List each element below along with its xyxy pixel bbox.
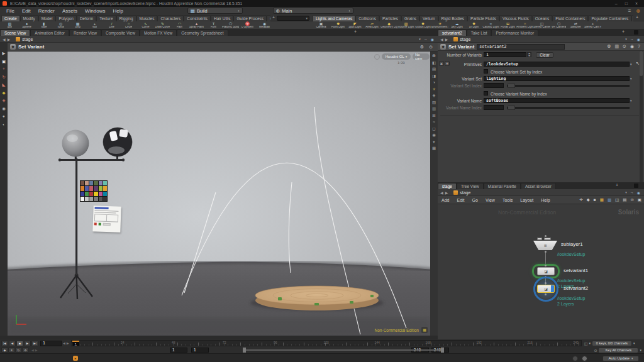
param-scrollbar[interactable] xyxy=(640,51,643,182)
choose-variant-set-by-index-checkbox[interactable] xyxy=(484,69,488,74)
network-pane-menu-icon[interactable] xyxy=(634,184,638,188)
primitives-select-arrow-icon[interactable]: ↖ xyxy=(636,61,640,66)
multi-snap-icon[interactable]: ◉ xyxy=(2,107,6,111)
node-name-field[interactable]: setvariant2 xyxy=(477,44,565,50)
take-selector[interactable]: ⊕ Main ↕ xyxy=(273,8,353,14)
shelf-tab-model[interactable]: Model xyxy=(38,15,56,21)
net-back-icon[interactable]: ◀ xyxy=(440,190,443,195)
variant-name-index-slider-handle[interactable] xyxy=(508,106,515,110)
path-dropdown-icon[interactable]: ▾ xyxy=(419,37,421,41)
primitives-field[interactable]: /lookdevSetup xyxy=(484,62,630,67)
path-link-icon[interactable]: ◉ xyxy=(431,37,434,41)
path-back-icon[interactable]: ◀ xyxy=(3,37,6,41)
camera-pill[interactable]: No cam xyxy=(413,53,430,60)
help-globe-icon[interactable]: ⊕ xyxy=(636,8,640,14)
viewport-radio-button[interactable] xyxy=(374,54,380,60)
pane-tab-render-view[interactable]: Render View xyxy=(69,30,101,36)
stop-button[interactable]: ■ xyxy=(16,341,23,346)
network-canvas[interactable]: Non-Commercial Edition Solaris ≣ sublaye… xyxy=(438,204,644,353)
variant-name-index-field[interactable] xyxy=(484,105,504,110)
shelf-tab-polygon[interactable]: Polygon xyxy=(55,15,77,21)
pane-tab-material-palette[interactable]: Material Palette xyxy=(484,183,521,189)
viewport-layout-icon[interactable]: ▦ xyxy=(432,146,436,151)
shelf-tab-guide-process[interactable]: Guide Process xyxy=(233,15,267,21)
shading-mode-icon[interactable]: ◑ xyxy=(433,80,435,85)
playbar-settings-icon[interactable]: ⚙ xyxy=(22,348,29,353)
display-options-gear-icon[interactable]: ⚙ xyxy=(432,54,436,58)
shelf-add-tab-left[interactable]: + xyxy=(270,15,277,19)
key-all-channels-button[interactable]: Key All Channels xyxy=(598,348,638,353)
frame-inc-icon[interactable]: ▶ xyxy=(67,341,69,345)
shelf-tab-populate-containers[interactable]: Populate Containers xyxy=(588,15,631,21)
menu-file[interactable]: File xyxy=(3,8,18,14)
param-path-chip[interactable]: stage xyxy=(453,37,470,41)
pane-tab-composite-view[interactable]: Composite View xyxy=(101,30,140,36)
jump-end-button[interactable]: ▶| xyxy=(31,341,38,346)
param-help-icon[interactable]: ? xyxy=(638,44,640,49)
net-list-icon[interactable]: ▤ xyxy=(623,197,626,202)
net-shape-palette-icon[interactable]: ▥ xyxy=(608,197,611,202)
primitives-dropdown-icon[interactable]: ▾ xyxy=(630,62,632,66)
net-color-palette-icon[interactable]: ▦ xyxy=(600,197,604,202)
op-help-icon[interactable]: ⊙ xyxy=(429,45,433,50)
range-slider[interactable] xyxy=(245,349,441,351)
shelf-add-tab-right[interactable]: + xyxy=(634,15,640,19)
variant-set-field[interactable]: lighting xyxy=(484,76,630,81)
node-input-dot[interactable] xyxy=(545,282,547,284)
param-link-icon[interactable]: ◉ xyxy=(637,37,640,41)
variant-set-dropdown-icon[interactable]: ▾ xyxy=(630,77,632,80)
range-slider-left-handle[interactable] xyxy=(243,348,246,353)
export-view-icon[interactable]: ◨ xyxy=(432,74,436,79)
shelf-tab-viscous-fluids[interactable]: Viscous Fluids xyxy=(499,15,532,21)
node-setvariant1[interactable]: ◪ xyxy=(537,267,555,275)
play-forward-button[interactable]: ▶ xyxy=(24,341,31,346)
realtime-toggle-icon[interactable]: ◆ xyxy=(1,348,8,353)
pane-tab-setvariant2[interactable]: setvariant2 xyxy=(438,30,467,36)
param-pin-icon[interactable]: → xyxy=(630,37,634,41)
pane-add-tab-network[interactable]: + xyxy=(614,183,620,187)
scale-tool-icon[interactable]: ◣ xyxy=(3,83,6,87)
shelf-tab-container-tools[interactable]: Container Tools xyxy=(631,15,633,21)
jump-start-button[interactable]: |◀ xyxy=(1,341,8,346)
variant-name-dropdown-icon[interactable]: ▾ xyxy=(630,99,632,102)
shelf-tab-particles[interactable]: Particles xyxy=(379,15,401,21)
num-variants-field[interactable]: 1 xyxy=(484,52,526,57)
param-gear-icon[interactable]: ⚙ xyxy=(607,44,611,49)
cook-indicator-icon[interactable] xyxy=(572,356,578,361)
loop-mode-icon[interactable]: ↻ xyxy=(15,348,22,353)
play-reverse-button[interactable]: ◀ xyxy=(9,341,16,346)
pane-menu-icon[interactable] xyxy=(634,30,638,35)
status-message-icon[interactable]: ▸ xyxy=(73,356,78,361)
variant-set-index-slider-handle[interactable] xyxy=(508,84,515,88)
variant-name-index-slider[interactable] xyxy=(507,107,630,109)
menu-edit[interactable]: Edit xyxy=(453,198,468,202)
shelf-tab-texture[interactable]: Texture xyxy=(96,15,116,21)
pane-add-tab-right-top[interactable]: + xyxy=(620,30,626,34)
net-display-icon[interactable]: ■ xyxy=(594,197,596,202)
param-search-icon[interactable]: ⊙ xyxy=(623,44,626,49)
display-flag[interactable] xyxy=(551,285,554,292)
secure-selection-icon[interactable]: ▣ xyxy=(2,60,6,64)
pane-tab-scene-view[interactable]: Scene View xyxy=(0,30,30,36)
key-all-dropdown-icon[interactable]: ▾ xyxy=(640,348,641,352)
pane-tab-motion-fx-view[interactable]: Motion FX View xyxy=(140,30,177,36)
menu-view[interactable]: View xyxy=(482,198,499,202)
keyframe-view-icon[interactable]: ◫ xyxy=(584,341,588,346)
shelf-tab-collisions[interactable]: Collisions xyxy=(355,15,379,21)
param-back-icon[interactable]: ◀ xyxy=(440,37,443,41)
audio-toggle-icon[interactable]: ≡ xyxy=(8,348,15,353)
range-inc-icon[interactable]: ▶ xyxy=(35,348,38,352)
select-tool-icon[interactable]: ▶ xyxy=(3,52,6,56)
net-snap-icon[interactable]: ◆ xyxy=(587,197,590,202)
net-pin-icon[interactable]: → xyxy=(630,190,634,195)
net-forward-icon[interactable]: ▶ xyxy=(445,190,448,195)
info-icon[interactable]: ◉ xyxy=(432,133,436,138)
options-icon[interactable]: ▾ xyxy=(433,140,435,145)
auto-update-selector[interactable]: Auto Update▾ xyxy=(602,356,639,361)
key-options-icon[interactable]: ⊖ xyxy=(594,348,597,353)
variant-name-field[interactable]: softBoxes xyxy=(484,98,630,103)
materials-icon[interactable]: ▨ xyxy=(432,101,436,105)
interrupt-icon[interactable] xyxy=(582,356,587,361)
param-path-dropdown-icon[interactable]: ▾ xyxy=(625,37,627,41)
menu-windows[interactable]: Windows xyxy=(81,8,109,14)
